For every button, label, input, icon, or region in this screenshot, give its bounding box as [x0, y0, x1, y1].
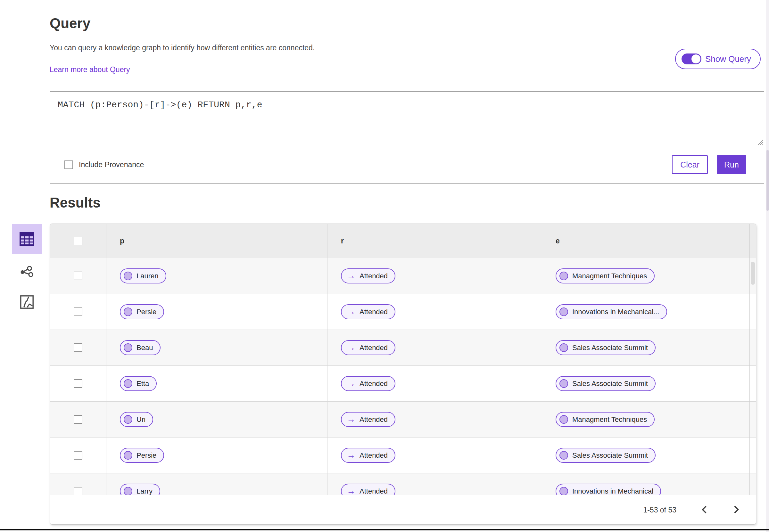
path-map-icon — [20, 295, 34, 310]
e-pill-label: Sales Associate Summit — [572, 344, 648, 352]
table-scrollbar[interactable] — [749, 224, 756, 495]
r-pill-label: Attended — [359, 344, 388, 352]
row-checkbox[interactable] — [74, 307, 82, 316]
e-pill-label: Sales Associate Summit — [572, 451, 648, 460]
e-pill-label: Sales Associate Summit — [572, 380, 648, 388]
share-network-icon — [20, 265, 34, 281]
select-all-checkbox[interactable] — [74, 237, 82, 245]
entity-pill-p[interactable]: Beau — [120, 340, 160, 355]
table-row: Persie → Attended Innovations in Mechani… — [50, 294, 756, 330]
node-circle-icon — [124, 343, 132, 352]
p-pill-label: Lauren — [136, 272, 159, 280]
page-title: Query — [50, 15, 90, 31]
row-checkbox[interactable] — [74, 451, 82, 460]
table-row: Persie → Attended Sales Associate Summit — [50, 438, 756, 473]
table-view-button[interactable] — [12, 224, 42, 254]
table-header-row: p r e — [50, 224, 756, 258]
arrow-right-icon: → — [347, 379, 355, 388]
p-pill-label: Beau — [136, 344, 153, 352]
schema-view-button[interactable] — [12, 290, 42, 315]
column-header-r: r — [341, 237, 344, 245]
learn-more-link[interactable]: Learn more about Query — [50, 65, 130, 74]
entity-pill-e[interactable]: Managment Techniques — [556, 268, 655, 283]
page-scrollbar-thumb[interactable] — [766, 150, 769, 211]
e-pill-label: Managment Techniques — [572, 415, 647, 424]
page-scrollbar[interactable] — [766, 0, 769, 532]
results-table: p r e Lauren → Attended Managment Techni… — [50, 224, 756, 525]
e-pill-label: Managment Techniques — [572, 272, 647, 280]
page-description: You can query a knowledge graph to ident… — [50, 44, 315, 52]
table-row: Uri → Attended Managment Techniques — [50, 402, 756, 438]
row-checkbox[interactable] — [74, 487, 82, 495]
chevron-right-icon — [733, 505, 739, 515]
relationship-pill[interactable]: → Attended — [341, 376, 396, 391]
row-checkbox[interactable] — [74, 379, 82, 388]
entity-pill-e[interactable]: Sales Associate Summit — [556, 340, 656, 355]
r-pill-label: Attended — [359, 415, 388, 424]
show-query-toggle[interactable]: Show Query — [675, 49, 761, 69]
p-pill-label: Uri — [136, 415, 145, 424]
r-pill-label: Attended — [359, 451, 388, 460]
relationship-pill[interactable]: → Attended — [341, 412, 396, 427]
table-row: Larry → Attended Innovations in Mechanic… — [50, 473, 756, 495]
r-pill-label: Attended — [359, 380, 388, 388]
entity-pill-p[interactable]: Lauren — [120, 268, 166, 283]
e-pill-label: Innovations in Mechanical... — [572, 308, 659, 316]
table-footer: 1-53 of 53 — [50, 495, 756, 525]
entity-pill-e[interactable]: Innovations in Mechanical — [556, 484, 661, 495]
entity-pill-e[interactable]: Sales Associate Summit — [556, 448, 656, 463]
clear-button[interactable]: Clear — [672, 155, 708, 174]
entity-pill-p[interactable]: Uri — [120, 412, 153, 427]
r-pill-label: Attended — [359, 308, 388, 316]
include-provenance-label: Include Provenance — [79, 160, 144, 169]
show-query-label: Show Query — [705, 54, 751, 64]
include-provenance-checkbox[interactable] — [64, 160, 73, 169]
node-circle-icon — [124, 272, 132, 280]
entity-pill-p[interactable]: Etta — [120, 376, 157, 391]
arrow-right-icon: → — [347, 272, 355, 280]
entity-pill-e[interactable]: Managment Techniques — [556, 412, 655, 427]
row-checkbox[interactable] — [74, 272, 82, 280]
node-circle-icon — [124, 307, 132, 316]
node-circle-icon — [124, 415, 132, 424]
chevron-left-icon — [701, 505, 707, 515]
relationship-pill[interactable]: → Attended — [341, 484, 396, 495]
entity-pill-e[interactable]: Innovations in Mechanical... — [556, 304, 667, 319]
toggle-knob — [691, 54, 700, 63]
p-pill-label: Etta — [136, 380, 149, 388]
table-row: Lauren → Attended Managment Techniques — [50, 258, 756, 294]
run-button[interactable]: Run — [717, 155, 746, 174]
node-circle-icon — [560, 451, 568, 460]
toggle-switch-icon[interactable] — [682, 53, 701, 64]
query-panel-footer: Include Provenance Clear Run — [50, 146, 764, 183]
next-page-button[interactable] — [732, 504, 740, 516]
window-bottom-edge — [0, 529, 769, 530]
results-heading: Results — [50, 195, 101, 211]
r-pill-label: Attended — [359, 487, 388, 495]
relationship-pill[interactable]: → Attended — [341, 304, 396, 319]
node-circle-icon — [560, 379, 568, 388]
query-input[interactable]: MATCH (p:Person)-[r]->(e) RETURN p,r,e — [50, 92, 764, 146]
entity-pill-p[interactable]: Persie — [120, 304, 164, 319]
node-circle-icon — [560, 272, 568, 280]
relationship-pill[interactable]: → Attended — [341, 268, 396, 283]
entity-pill-e[interactable]: Sales Associate Summit — [556, 376, 656, 391]
column-header-e: e — [556, 237, 560, 245]
row-checkbox[interactable] — [74, 343, 82, 352]
e-pill-label: Innovations in Mechanical — [572, 487, 653, 495]
node-circle-icon — [124, 487, 132, 495]
arrow-right-icon: → — [347, 343, 355, 352]
previous-page-button[interactable] — [700, 504, 708, 516]
row-checkbox[interactable] — [74, 415, 82, 424]
table-scrollbar-thumb[interactable] — [751, 262, 755, 285]
entity-pill-p[interactable]: Persie — [120, 448, 164, 463]
table-row: Beau → Attended Sales Associate Summit — [50, 330, 756, 366]
query-editor-panel: MATCH (p:Person)-[r]->(e) RETURN p,r,e I… — [50, 91, 764, 184]
node-circle-icon — [560, 487, 568, 495]
relationship-pill[interactable]: → Attended — [341, 448, 396, 463]
p-pill-label: Persie — [136, 308, 156, 316]
entity-pill-p[interactable]: Larry — [120, 484, 160, 495]
arrow-right-icon: → — [347, 307, 355, 316]
graph-view-button[interactable] — [12, 261, 42, 284]
relationship-pill[interactable]: → Attended — [341, 340, 396, 355]
